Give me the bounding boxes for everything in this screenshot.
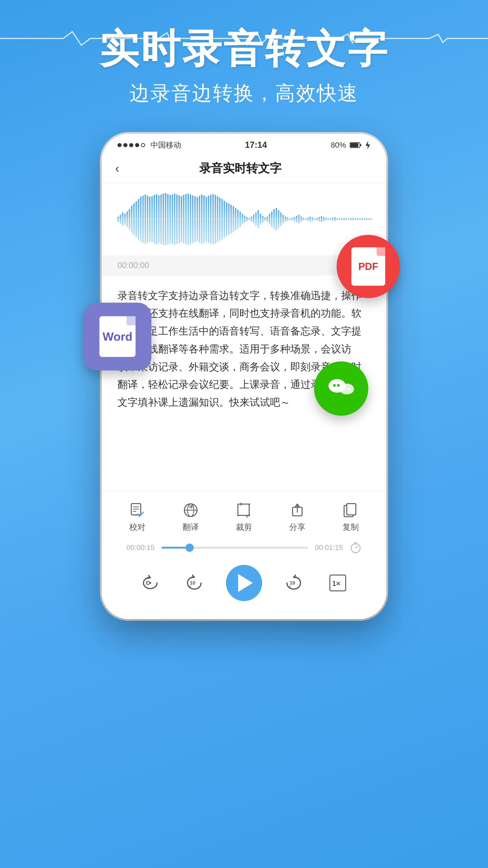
toolbar-label-share: 分享 <box>289 522 305 533</box>
toolbar-icons: 校对 译 翻译 <box>111 498 377 537</box>
forward-10s-button[interactable]: 10 s <box>285 573 305 593</box>
toolbar-item-share[interactable]: 分享 <box>289 502 305 533</box>
carrier-label: 中国移动 <box>151 140 181 150</box>
svg-point-1 <box>339 383 354 395</box>
progress-start-time: 00:00:15 <box>127 544 155 552</box>
toolbar-label-proofread: 校对 <box>129 522 145 533</box>
pdf-label: PDF <box>358 261 378 272</box>
svg-point-5 <box>347 388 349 390</box>
nav-title: 录音实时转文字 <box>128 160 352 176</box>
toolbar-label-copy: 复制 <box>343 522 359 533</box>
battery-icon <box>350 142 361 148</box>
speed-icon: 1× <box>328 573 348 593</box>
back-10s-button[interactable]: 10 s <box>183 573 203 593</box>
toolbar-item-proofread[interactable]: 校对 <box>129 502 145 533</box>
svg-marker-9 <box>365 141 370 149</box>
back-10s-icon: 10 s <box>183 573 203 593</box>
speed-button[interactable]: 1× <box>328 573 348 593</box>
svg-text:s: s <box>189 585 191 588</box>
waveform-area <box>102 183 386 255</box>
signal-dot-3 <box>129 143 133 147</box>
wechat-icon <box>325 373 357 404</box>
start-time: 00:00:00 <box>118 260 149 270</box>
time-display: 17:14 <box>245 140 267 150</box>
toolbar-item-copy[interactable]: 复制 <box>343 502 359 533</box>
svg-text:译: 译 <box>189 505 193 509</box>
svg-line-146 <box>356 546 357 548</box>
play-button[interactable] <box>226 565 262 601</box>
progress-end-time: 00:01:15 <box>315 544 343 552</box>
progress-bar-area: 00:00:15 00:01:15 <box>111 537 377 558</box>
signal-dot-2 <box>123 143 127 147</box>
signal-dot-4 <box>135 143 139 147</box>
status-right: 80% <box>331 141 370 149</box>
progress-track[interactable] <box>162 547 308 549</box>
toolbar-label-crop: 裁剪 <box>236 522 252 533</box>
signal-dot-1 <box>118 143 122 147</box>
svg-text:s: s <box>289 585 291 588</box>
play-icon <box>238 574 253 592</box>
lightning-icon <box>365 141 370 149</box>
toolbar-item-crop[interactable]: 裁剪 <box>236 502 252 533</box>
battery-percent: 80% <box>331 141 346 149</box>
rewind-icon <box>140 573 160 593</box>
rewind-button[interactable] <box>140 573 160 593</box>
svg-rect-142 <box>347 504 356 515</box>
progress-thumb[interactable] <box>186 544 194 552</box>
pdf-doc-icon: PDF <box>351 247 385 286</box>
signal-dot-5 <box>141 143 145 147</box>
signal-indicator <box>118 143 145 147</box>
pdf-badge: PDF <box>337 235 400 298</box>
svg-rect-7 <box>360 144 361 146</box>
status-left: 中国移动 <box>118 140 181 150</box>
page-title: 实时录音转文字 <box>99 27 389 71</box>
page-subtitle: 边录音边转换，高效快速 <box>130 80 358 107</box>
forward-10s-icon: 10 s <box>285 573 305 593</box>
audio-waveform <box>115 192 373 246</box>
back-button[interactable]: ‹ <box>115 162 119 175</box>
crop-icon <box>236 502 252 518</box>
word-badge: Word <box>84 303 151 370</box>
playback-controls: 10 s 10 s <box>111 558 377 615</box>
status-bar: 中国移动 17:14 80% <box>102 134 386 154</box>
svg-point-2 <box>333 384 336 387</box>
word-doc-icon: Word <box>99 316 135 357</box>
header: 实时录音转文字 边录音边转换，高效快速 <box>0 0 488 107</box>
svg-point-4 <box>344 388 346 390</box>
svg-text:1×: 1× <box>332 579 340 587</box>
translate-icon: 译 <box>183 502 199 518</box>
svg-point-3 <box>337 384 340 387</box>
copy-icon <box>343 502 359 518</box>
toolbar-label-translate: 翻译 <box>183 522 199 533</box>
nav-bar: ‹ 录音实时转文字 <box>102 154 386 183</box>
toolbar-item-translate[interactable]: 译 翻译 <box>183 502 199 533</box>
phone-mockup: Word PDF <box>102 134 386 619</box>
timer-icon <box>350 542 361 554</box>
bottom-toolbar: 校对 译 翻译 <box>102 491 386 619</box>
svg-rect-8 <box>350 143 358 147</box>
wechat-badge <box>314 362 368 416</box>
spacer <box>102 423 386 491</box>
word-label: Word <box>103 330 132 343</box>
edit-check-icon <box>129 502 145 518</box>
svg-rect-132 <box>238 504 249 515</box>
share-icon <box>289 502 305 518</box>
